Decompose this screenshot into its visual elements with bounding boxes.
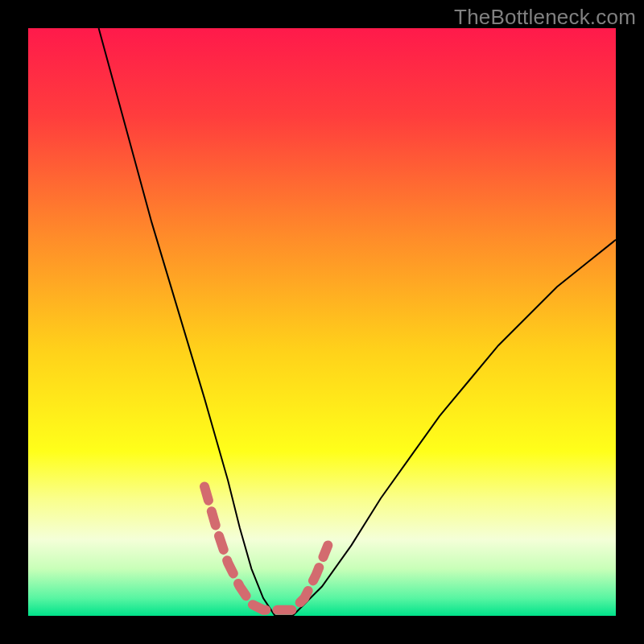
- chart-frame: TheBottleneck.com: [0, 0, 644, 644]
- chart-svg: [28, 28, 616, 616]
- plot-area: [28, 28, 616, 616]
- watermark-text: TheBottleneck.com: [454, 5, 636, 30]
- gradient-background: [28, 28, 616, 616]
